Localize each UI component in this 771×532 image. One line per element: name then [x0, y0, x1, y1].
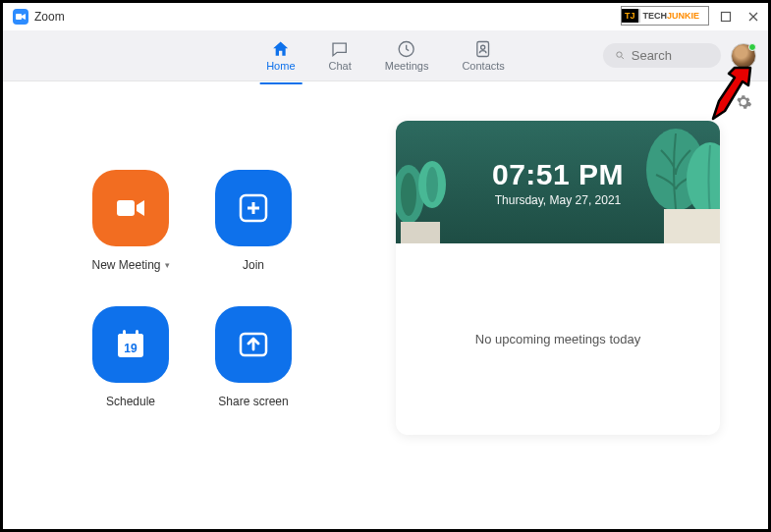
close-button[interactable]	[746, 10, 760, 24]
actions-panel: New Meeting ▾ Join 19 Schedule Share scr…	[23, 121, 386, 509]
maximize-button[interactable]	[719, 10, 733, 24]
action-label: Share screen	[218, 395, 288, 408]
action-label: Join	[243, 258, 264, 272]
video-icon	[111, 188, 150, 228]
current-date: Thursday, May 27, 2021	[495, 193, 622, 207]
meeting-card: 07:51 PM Thursday, May 27, 2021 No upcom…	[396, 121, 720, 435]
share-screen-button[interactable]: Share screen	[194, 306, 312, 408]
svg-point-21	[401, 173, 416, 216]
gear-icon	[735, 93, 752, 111]
svg-rect-27	[664, 209, 720, 243]
chat-icon	[330, 39, 350, 59]
profile-avatar[interactable]	[731, 43, 756, 69]
tab-home[interactable]: Home	[254, 35, 306, 76]
new-meeting-button[interactable]: New Meeting ▾	[72, 170, 190, 272]
svg-point-7	[481, 45, 485, 49]
tab-label: Home	[266, 60, 295, 72]
action-label: New Meeting	[91, 258, 160, 272]
tab-label: Chat	[329, 60, 352, 72]
search-icon	[615, 49, 626, 62]
contacts-icon	[473, 39, 493, 59]
svg-rect-17	[136, 330, 138, 337]
no-meetings-text: No upcoming meetings today	[475, 332, 640, 346]
tab-meetings[interactable]: Meetings	[373, 35, 441, 76]
svg-rect-0	[16, 14, 22, 20]
clock-icon	[397, 39, 416, 59]
svg-text:19: 19	[124, 342, 138, 355]
action-label: Schedule	[106, 395, 155, 408]
join-button[interactable]: Join	[194, 170, 312, 272]
main-content: New Meeting ▾ Join 19 Schedule Share scr…	[3, 81, 768, 529]
calendar-icon: 19	[112, 326, 149, 363]
schedule-button[interactable]: 19 Schedule	[72, 306, 190, 408]
share-up-icon	[236, 327, 271, 362]
plant-decoration-icon	[396, 155, 450, 243]
meetings-panel: 07:51 PM Thursday, May 27, 2021 No upcom…	[386, 121, 748, 509]
svg-rect-24	[401, 222, 440, 243]
current-time: 07:51 PM	[492, 158, 624, 191]
status-online-icon	[748, 43, 756, 51]
chevron-down-icon[interactable]: ▾	[165, 260, 170, 270]
navbar: Home Chat Meetings Contacts	[3, 30, 768, 81]
clock-header: 07:51 PM Thursday, May 27, 2021	[396, 121, 720, 243]
svg-rect-15	[118, 334, 143, 341]
search-box[interactable]	[603, 43, 721, 68]
svg-line-9	[622, 57, 624, 59]
watermark: TJ TECHJUNKIE	[621, 6, 709, 26]
tab-contacts[interactable]: Contacts	[450, 35, 516, 76]
tab-label: Contacts	[462, 60, 504, 72]
tab-chat[interactable]: Chat	[317, 35, 363, 76]
watermark-prefix: TJ	[622, 9, 640, 23]
svg-rect-10	[117, 200, 135, 216]
svg-point-23	[426, 167, 438, 202]
search-input[interactable]	[632, 48, 709, 63]
plant-decoration-icon	[636, 126, 720, 243]
settings-button[interactable]	[735, 93, 752, 115]
svg-point-8	[617, 52, 622, 57]
tab-label: Meetings	[385, 60, 429, 72]
svg-rect-16	[123, 330, 126, 337]
plus-icon	[237, 191, 270, 225]
window-title: Zoom	[34, 10, 65, 24]
svg-rect-2	[722, 13, 731, 22]
zoom-logo-icon	[13, 9, 28, 25]
home-icon	[271, 39, 291, 59]
